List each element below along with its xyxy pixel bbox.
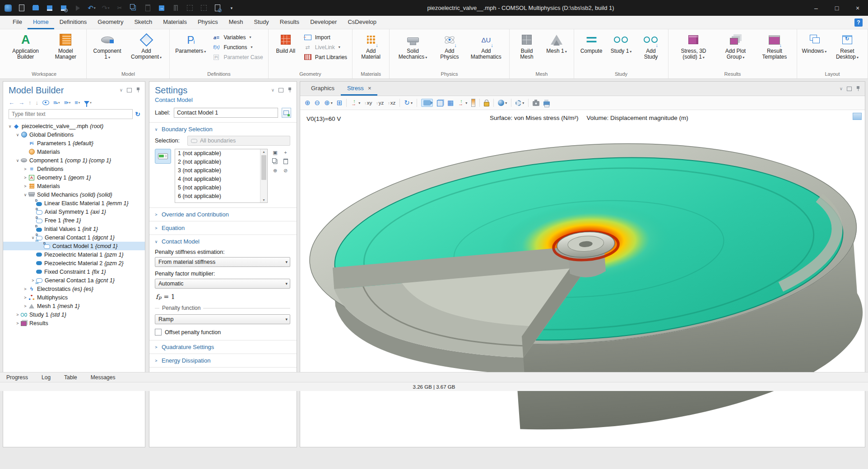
new-file-icon[interactable] — [18, 4, 26, 12]
tree-filter-input[interactable] — [9, 109, 133, 119]
go-forward-icon[interactable]: → — [19, 99, 24, 106]
add-physics-button[interactable]: ↓Add Physics — [434, 31, 465, 61]
orientation-icon[interactable]: ▾ — [458, 100, 467, 106]
menu-developer[interactable]: Developer — [305, 16, 342, 29]
dock-tab-table[interactable]: Table — [64, 374, 77, 381]
filter-icon[interactable]: ▾ — [84, 101, 92, 105]
reset-desktop-button[interactable]: Reset Desktop▾ — [829, 31, 865, 61]
list-item[interactable]: 6 (not applicable) — [175, 192, 267, 201]
tree-node-mesh-1[interactable]: >Mesh 1{mesh 1} — [3, 302, 145, 310]
tree-node-materials[interactable]: >Materials — [3, 182, 145, 190]
graphics-settings-icon[interactable]: ▾ — [515, 100, 524, 106]
penalty-factor-select[interactable]: Automatic ▾ — [155, 279, 290, 289]
part-libraries-button[interactable]: Part Libraries — [303, 54, 347, 60]
menu-file[interactable]: File — [7, 16, 28, 29]
show-icon[interactable] — [42, 100, 49, 105]
chevron-right-icon[interactable]: > — [22, 304, 28, 308]
panel-menu-icon[interactable]: ∨ — [120, 87, 123, 92]
tree-node-contact-model-1[interactable]: Contact Model 1{cmod 1} — [3, 242, 145, 250]
go-to-xz-view[interactable]: xz — [388, 100, 395, 106]
paste-icon[interactable] — [144, 4, 152, 12]
add-study-button[interactable]: ↓Add Study — [636, 31, 666, 61]
go-to-xy-view[interactable]: xy — [364, 100, 372, 106]
menu-sketch[interactable]: Sketch — [129, 16, 158, 29]
close-tab-icon[interactable]: × — [368, 85, 371, 92]
menu-home[interactable]: Home — [28, 16, 54, 29]
section-header[interactable]: ∨ Boundary Selection — [149, 123, 297, 136]
comsol-logo-icon[interactable] — [5, 5, 12, 12]
minimize-icon[interactable]: – — [806, 0, 826, 16]
environment-icon[interactable]: ▾ — [498, 100, 507, 106]
menu-study[interactable]: Study — [249, 16, 274, 29]
scene-light-icon[interactable] — [421, 99, 433, 107]
wireframe-icon[interactable]: ▦ — [447, 99, 454, 107]
compute-button[interactable]: Compute — [576, 31, 606, 55]
pin-panel-icon[interactable] — [856, 86, 860, 92]
section-header[interactable]: > Equation — [149, 221, 297, 234]
float-panel-icon[interactable] — [279, 88, 283, 92]
tree-node-global-definitions[interactable]: ∨Global Definitions — [3, 130, 145, 139]
zoom-extents-icon[interactable]: ⊞ — [337, 99, 343, 107]
move-up-icon[interactable]: ↑ — [28, 99, 32, 106]
rotate-icon[interactable]: ↻▾ — [404, 99, 413, 107]
deselect-box-icon[interactable] — [200, 4, 208, 12]
scroll-down-icon[interactable]: ▼ — [260, 198, 267, 202]
tree-node-piezoelectric-material-2[interactable]: Piezoelectric Material 2{pzm 2} — [3, 259, 145, 267]
solid-mechanics-button[interactable]: Solid Mechanics▾ — [392, 31, 434, 61]
tree-node-general-contact-1[interactable]: ∨General Contact 1{dgcnt 1} — [3, 233, 145, 242]
offset-penalty-checkbox[interactable] — [155, 329, 162, 336]
panel-menu-icon[interactable]: ∨ — [840, 86, 843, 91]
tree-node-axial-symmetry-1[interactable]: Axial Symmetry 1{axi 1} — [3, 207, 145, 216]
snapshot-icon[interactable] — [533, 100, 539, 106]
zoom-out-icon[interactable]: ⊖ — [315, 99, 320, 107]
paste-selection-icon[interactable] — [282, 158, 289, 165]
scroll-up-icon[interactable]: ▲ — [260, 150, 267, 153]
livelink-button[interactable]: LiveLink▾ — [303, 44, 347, 51]
chevron-right-icon[interactable]: > — [14, 313, 21, 317]
float-panel-icon[interactable] — [847, 87, 852, 91]
penalty-stiffness-select[interactable]: From material stiffness ▾ — [155, 257, 290, 267]
tree-node-results[interactable]: >Results — [3, 319, 145, 327]
menu-mesh[interactable]: Mesh — [223, 16, 249, 29]
import-button[interactable]: Import — [303, 34, 347, 41]
tree-node-study-1[interactable]: >Study 1{std 1} — [3, 310, 145, 319]
windows-button[interactable]: Windows▾ — [799, 31, 829, 55]
tree-node-fixed-constraint-1[interactable]: Fixed Constraint 1{fix 1} — [3, 267, 145, 276]
go-to-yz-view[interactable]: yz — [376, 100, 384, 106]
add-plot-group-button[interactable]: Add Plot Group▾ — [716, 31, 755, 61]
tree-node-materials[interactable]: Materials — [3, 147, 145, 156]
activate-selection-icon[interactable]: ▣ — [271, 149, 279, 156]
menu-geometry[interactable]: Geometry — [92, 16, 129, 29]
dock-tab-messages[interactable]: Messages — [91, 374, 116, 381]
redo-icon[interactable]: ↷▾ — [102, 4, 110, 12]
menu-csdevelop[interactable]: CsDevelop — [342, 16, 382, 29]
add-to-selection-icon[interactable]: + — [282, 149, 289, 156]
list-item[interactable]: 3 (not applicable) — [175, 166, 267, 175]
clear-selection-icon[interactable]: ⊘ — [282, 167, 289, 174]
pin-panel-icon[interactable] — [136, 87, 140, 93]
result-templates-button[interactable]: ↓Result Templates — [755, 31, 794, 61]
open-file-icon[interactable] — [32, 4, 40, 12]
chevron-right-icon[interactable]: > — [22, 167, 28, 171]
tree-node-parameters-1[interactable]: Parameters 1{default} — [3, 139, 145, 147]
tree-node-electrostatics[interactable]: >Electrostatics(es) {es} — [3, 285, 145, 293]
cut-icon[interactable]: ✂ — [116, 4, 124, 12]
add-material-button[interactable]: ↓Add Material — [355, 31, 387, 61]
build-mesh-button[interactable]: Build Mesh — [512, 31, 542, 61]
delete-icon[interactable] — [172, 4, 180, 12]
boundary-selection-list[interactable]: 1 (not applicable)2 (not applicable)3 (n… — [175, 149, 268, 203]
refresh-tree-icon[interactable]: ↻ — [135, 110, 140, 118]
menu-definitions[interactable]: Definitions — [54, 16, 93, 29]
study-1-button[interactable]: Study 1▾ — [606, 31, 636, 55]
float-panel-icon[interactable] — [127, 88, 132, 92]
tab-graphics[interactable]: Graphics — [305, 82, 341, 96]
menu-physics[interactable]: Physics — [192, 16, 223, 29]
parameter-case-button[interactable]: Parameter Case — [212, 54, 263, 60]
list-item[interactable]: 4 (not applicable) — [175, 175, 267, 184]
tab-stress[interactable]: Stress × — [341, 82, 377, 96]
application-builder-button[interactable]: Application Builder — [4, 31, 47, 61]
save-as-icon[interactable] — [60, 4, 68, 12]
section-header[interactable]: > Energy Dissipation — [149, 354, 297, 367]
transparency-icon[interactable] — [437, 99, 443, 106]
go-back-icon[interactable]: ← — [9, 99, 14, 106]
